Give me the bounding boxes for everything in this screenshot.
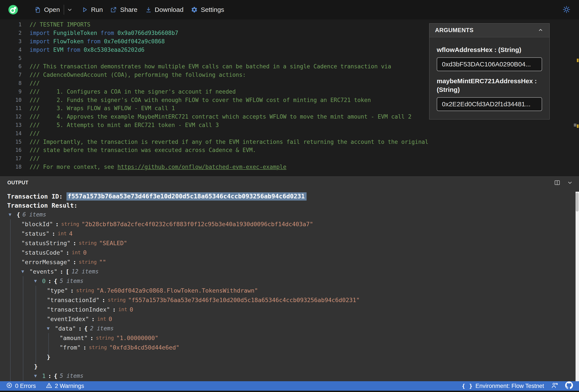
open-dropdown-button[interactable] [66,6,73,13]
wflow-address-input[interactable] [437,57,542,71]
json-tree-row: ▼1:{5 items [0,371,576,381]
line-number: 15 [0,139,22,145]
output-scrollbar-track[interactable] [576,192,579,381]
transaction-id-label: Transaction ID: [7,193,67,200]
warnings-count: 2 Warnings [55,383,84,390]
environment-indicator[interactable]: { } Environment: Flow Testnet [462,383,544,390]
open-button[interactable]: Open [35,6,60,13]
json-tree-row: ▼0:{5 items [0,276,576,286]
code-line: 17/// [0,154,579,163]
json-tree-row: "statusString":string"SEALED" [0,238,576,248]
line-number: 10 [0,97,22,103]
feedback-icon[interactable] [551,382,558,391]
code-line: 13/// 5. Attempts to mint an ERC721 toke… [0,121,579,129]
line-number: 13 [0,122,22,128]
line-number: 18 [0,164,22,170]
argument-label: wflowAddressHex : (String) [437,46,542,54]
share-icon [110,6,117,13]
line-number: 3 [0,38,22,44]
expander-icon[interactable]: ▼ [34,278,42,283]
warning-marker [577,59,579,62]
download-button[interactable]: Download [145,6,184,13]
code-link[interactable]: https://github.com/onflow/batched-evm-ex… [117,164,287,170]
settings-button[interactable]: Settings [191,6,224,13]
code-line: 18/// For more context, see https://gith… [0,163,579,171]
output-scrollbar-thumb[interactable] [576,193,579,212]
toolbar-divider [64,5,64,15]
output-content: Transaction ID: f557a1573b76aa53e73d46f3… [0,189,576,381]
expander-icon[interactable]: ▼ [9,212,17,217]
maybe-mint-erc721-address-input[interactable] [437,97,542,111]
indent-guide [48,333,49,356]
line-number: 5 [0,55,22,61]
json-tree-row: "amount":string"1.00000000" [0,333,576,343]
line-number: 2 [0,30,22,36]
run-play-icon [81,6,88,13]
chevron-up-icon[interactable] [537,27,544,34]
window-edge [0,391,579,392]
expander-icon[interactable]: ▼ [47,326,55,331]
theme-toggle-button[interactable] [562,5,571,14]
line-number: 16 [0,147,22,153]
line-number: 6 [0,63,22,69]
arguments-title: ARGUMENTS [435,27,474,34]
github-icon[interactable] [565,382,573,391]
code-editor[interactable]: 1// TESTNET IMPORTS2import FungibleToken… [0,19,579,176]
open-file-icon [35,6,41,13]
toolbar: Open Run [0,0,579,19]
arguments-panel: ARGUMENTS wflowAddressHex : (String) may… [429,23,550,119]
json-tree-row: "blockId":string"2b28cbfb87da2cfec4f0232… [0,219,576,229]
sun-icon [562,11,571,14]
gear-icon [191,6,198,13]
transaction-result-label: Transaction Result: [7,202,77,209]
error-circle-icon [6,382,12,390]
collapse-output-icon[interactable] [567,179,573,186]
line-number: 1 [0,22,22,28]
json-tree-row: ▼{6 items [0,210,576,219]
split-editor-icon[interactable] [554,179,560,186]
json-tree-row: } [0,362,576,371]
environment-label: Environment: Flow Testnet [475,383,544,390]
run-label: Run [91,6,103,13]
json-tree-row: "status":int4 [0,229,576,238]
code-line: 14/// [0,129,579,138]
indent-guide [36,286,36,363]
expander-icon[interactable]: ▼ [34,373,42,378]
json-tree-row: ▼"data":{2 items [0,324,576,333]
line-number: 17 [0,156,22,162]
output-title: OUTPUT [7,180,28,186]
status-bar: 0 Errors 2 Warnings { } Environment: Flo… [0,381,579,391]
share-label: Share [120,6,137,13]
line-number: 11 [0,105,22,111]
json-tree: ▼{6 items"blockId":string"2b28cbfb87da2c… [0,210,576,381]
json-tree-row: } [0,352,576,362]
output-panel: OUTPUT Transaction ID: f557a1573b7 [0,176,579,381]
code-line: 15/// Importantly, the transaction is re… [0,138,579,146]
json-tree-row: "transactionIndex":int0 [0,305,576,314]
transaction-result-row: Transaction Result: [0,201,576,210]
line-number: 8 [0,80,22,86]
arguments-panel-header[interactable]: ARGUMENTS [430,23,549,37]
line-number: 9 [0,89,22,95]
warning-triangle-icon [46,382,52,390]
expander-icon[interactable]: ▼ [21,269,29,274]
line-number: 4 [0,47,22,53]
output-header: OUTPUT [0,177,579,189]
json-tree-row: "statusCode":int0 [0,248,576,257]
json-tree-row: ▼"events":[12 items [0,267,576,276]
warnings-indicator[interactable]: 2 Warnings [46,382,84,390]
errors-indicator[interactable]: 0 Errors [6,382,36,390]
line-number: 12 [0,114,22,120]
download-icon [145,6,152,13]
json-tree-row: "transactionId":string"f557a1573b76aa53e… [0,295,576,305]
run-button[interactable]: Run [81,6,103,13]
editor-scrollbar-thumb[interactable] [574,123,577,127]
share-button[interactable]: Share [110,6,137,13]
warning-marker [577,124,579,128]
code-line: 16/// state before the transaction was e… [0,146,579,154]
flow-logo [8,5,18,15]
indent-guide [23,276,23,381]
transaction-id-row: Transaction ID: f557a1573b76aa53e73d46f3… [0,192,576,201]
braces-icon: { } [462,383,473,389]
json-tree-row: "type":string"A.7e60df042a9c0868.FlowTok… [0,286,576,295]
